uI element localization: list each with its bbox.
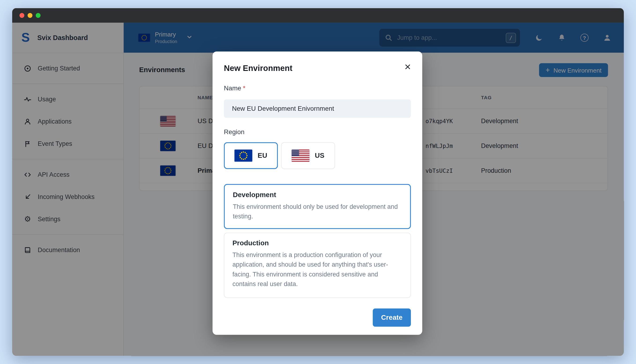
region-label-eu: EU [258, 152, 267, 160]
minimize-window-button[interactable] [28, 13, 33, 18]
environment-type-development[interactable]: Development This environment should only… [224, 184, 411, 229]
create-button[interactable]: Create [373, 308, 411, 327]
environment-type-production[interactable]: Production This environment is a product… [224, 233, 411, 298]
window-titlebar [12, 8, 624, 23]
envtype-title: Production [232, 239, 402, 248]
eu-flag-icon [235, 150, 252, 162]
close-icon[interactable]: × [405, 62, 411, 72]
region-field-label: Region [224, 128, 411, 138]
name-field-label: Name* [224, 85, 411, 94]
new-environment-modal: New Environment × Name* Region EU US [213, 52, 422, 335]
region-option-us[interactable]: US [281, 142, 335, 169]
region-label-us: US [315, 152, 324, 160]
us-flag-icon [292, 150, 309, 162]
region-option-eu[interactable]: EU [224, 142, 278, 169]
envtype-title: Development [233, 191, 402, 199]
environment-name-input[interactable] [224, 99, 411, 118]
envtype-description: This environment should only be used for… [233, 202, 402, 221]
envtype-description: This environment is a production configu… [232, 250, 402, 289]
required-asterisk: * [243, 85, 246, 92]
zoom-window-button[interactable] [36, 13, 41, 18]
modal-title: New Environment [224, 62, 292, 74]
desktop: S Svix Dashboard Getting Started [0, 0, 636, 364]
region-selector: EU US [224, 142, 411, 169]
app-window: S Svix Dashboard Getting Started [12, 8, 624, 356]
close-window-button[interactable] [20, 13, 24, 18]
